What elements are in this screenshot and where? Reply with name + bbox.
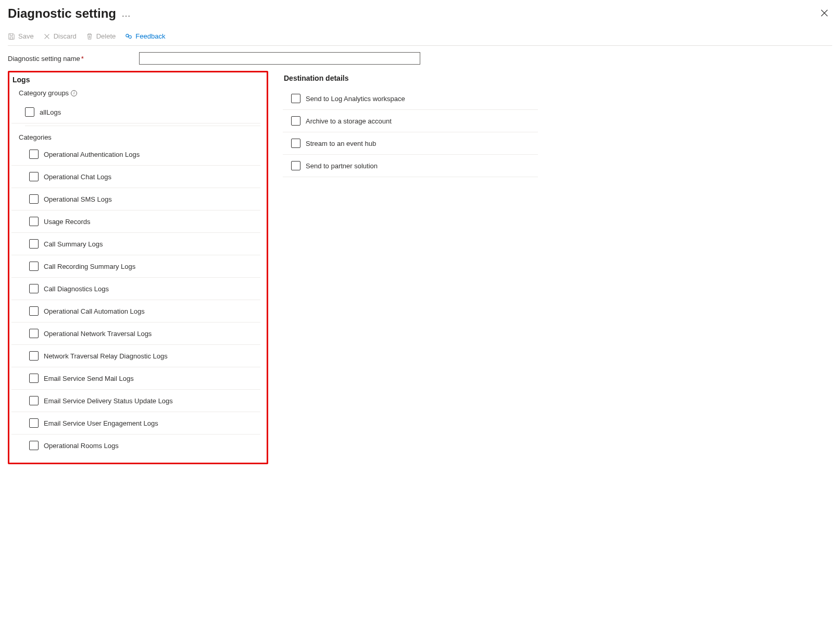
name-input[interactable]: [139, 52, 420, 65]
category-row: Network Traversal Relay Diagnostic Logs: [11, 345, 260, 367]
destination-row: Send to partner solution: [283, 155, 538, 177]
destination-checkbox[interactable]: [291, 161, 300, 170]
alllogs-row: allLogs: [11, 101, 260, 123]
category-checkbox[interactable]: [29, 418, 39, 428]
name-label: Diagnostic setting name*: [8, 55, 133, 63]
category-checkbox[interactable]: [29, 441, 39, 450]
save-label: Save: [18, 32, 34, 40]
destination-label: Stream to an event hub: [306, 140, 376, 147]
category-row: Call Summary Logs: [11, 233, 260, 255]
category-label: Email Service Delivery Status Update Log…: [44, 397, 173, 405]
category-label: Operational Rooms Logs: [44, 442, 119, 450]
category-row: Operational Authentication Logs: [11, 143, 260, 166]
category-label: Operational Call Automation Logs: [44, 307, 145, 315]
category-label: Call Diagnostics Logs: [44, 285, 109, 293]
close-button[interactable]: [817, 7, 832, 20]
alllogs-checkbox[interactable]: [25, 107, 34, 117]
logs-title: Logs: [11, 76, 260, 84]
more-menu[interactable]: …: [121, 8, 132, 19]
destination-label: Send to Log Analytics workspace: [306, 95, 405, 103]
category-row: Email Service Send Mail Logs: [11, 367, 260, 390]
feedback-label: Feedback: [135, 32, 165, 40]
destination-label: Send to partner solution: [306, 162, 378, 170]
logs-section: Logs Category groups i allLogs Categorie…: [8, 71, 268, 464]
destination-section: Destination details Send to Log Analytic…: [278, 71, 538, 177]
svg-point-0: [126, 34, 129, 36]
destination-row: Stream to an event hub: [283, 132, 538, 155]
command-bar: Save Discard Delete Feedback: [8, 25, 832, 46]
category-checkbox[interactable]: [29, 150, 39, 159]
category-row: Usage Records: [11, 210, 260, 233]
destination-title: Destination details: [283, 74, 538, 82]
category-label: Email Service User Engagement Logs: [44, 419, 158, 427]
category-label: Usage Records: [44, 218, 91, 226]
discard-label: Discard: [54, 32, 77, 40]
category-label: Operational Chat Logs: [44, 173, 111, 181]
required-indicator: *: [81, 55, 84, 63]
category-checkbox[interactable]: [29, 351, 39, 361]
destination-row: Archive to a storage account: [283, 110, 538, 132]
category-checkbox[interactable]: [29, 217, 39, 226]
category-checkbox[interactable]: [29, 374, 39, 383]
category-row: Call Diagnostics Logs: [11, 278, 260, 300]
category-groups-label: Category groups i: [11, 89, 260, 97]
discard-icon: [43, 33, 51, 40]
destination-checkbox[interactable]: [291, 139, 300, 148]
destination-label: Archive to a storage account: [306, 117, 392, 125]
info-icon[interactable]: i: [71, 90, 77, 96]
category-row: Email Service Delivery Status Update Log…: [11, 390, 260, 412]
category-checkbox[interactable]: [29, 396, 39, 405]
delete-icon: [86, 33, 93, 40]
destination-checkbox[interactable]: [291, 94, 300, 103]
category-row: Operational Chat Logs: [11, 166, 260, 188]
category-checkbox[interactable]: [29, 329, 39, 338]
category-label: Operational Network Traversal Logs: [44, 330, 152, 338]
delete-label: Delete: [96, 32, 116, 40]
svg-point-1: [129, 35, 131, 38]
category-row: Operational Rooms Logs: [11, 435, 260, 456]
category-checkbox[interactable]: [29, 172, 39, 181]
category-checkbox[interactable]: [29, 239, 39, 249]
category-row: Operational Call Automation Logs: [11, 300, 260, 323]
destination-row: Send to Log Analytics workspace: [283, 88, 538, 110]
category-row: Operational Network Traversal Logs: [11, 323, 260, 345]
category-checkbox[interactable]: [29, 194, 39, 204]
destination-checkbox[interactable]: [291, 116, 300, 126]
category-row: Email Service User Engagement Logs: [11, 412, 260, 435]
category-row: Operational SMS Logs: [11, 188, 260, 210]
page-title: Diagnostic setting: [8, 6, 116, 21]
category-checkbox[interactable]: [29, 306, 39, 316]
feedback-icon: [125, 33, 132, 40]
category-label: Operational Authentication Logs: [44, 151, 140, 158]
discard-button[interactable]: Discard: [43, 32, 77, 40]
category-label: Email Service Send Mail Logs: [44, 375, 134, 382]
save-button[interactable]: Save: [8, 32, 34, 40]
alllogs-label: allLogs: [40, 108, 61, 116]
category-checkbox[interactable]: [29, 284, 39, 293]
category-label: Operational SMS Logs: [44, 195, 112, 203]
feedback-button[interactable]: Feedback: [125, 32, 165, 40]
category-label: Call Summary Logs: [44, 240, 103, 248]
close-icon: [821, 9, 828, 17]
save-icon: [8, 33, 15, 40]
category-row: Call Recording Summary Logs: [11, 255, 260, 278]
category-checkbox[interactable]: [29, 262, 39, 271]
category-label: Network Traversal Relay Diagnostic Logs: [44, 352, 168, 360]
category-label: Call Recording Summary Logs: [44, 263, 135, 270]
delete-button[interactable]: Delete: [86, 32, 116, 40]
categories-label: Categories: [11, 126, 260, 143]
